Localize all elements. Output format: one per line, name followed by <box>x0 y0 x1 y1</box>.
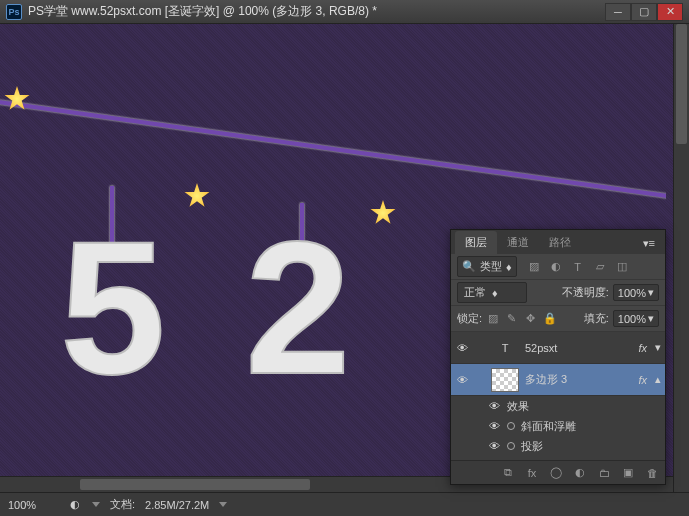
layer-row[interactable]: 👁 多边形 3 fx ▴ <box>451 364 665 396</box>
effect-bevel[interactable]: 👁 斜面和浮雕 <box>451 416 665 436</box>
panel-footer: ⧉ fx ◯ ◐ 🗀 ▣ 🗑 <box>451 460 665 484</box>
filter-smart-icon[interactable]: ◫ <box>615 260 629 274</box>
visibility-toggle-icon[interactable]: 👁 <box>487 440 501 452</box>
effect-bullet-icon <box>507 442 515 450</box>
filter-pixel-icon[interactable]: ▨ <box>527 260 541 274</box>
star-decoration <box>184 183 210 209</box>
document-title: PS学堂 www.52psxt.com [圣诞字效] @ 100% (多边形 3… <box>28 3 605 20</box>
close-button[interactable]: ✕ <box>657 3 683 21</box>
shape-layer-thumb <box>491 368 519 392</box>
opacity-label: 不透明度: <box>562 285 609 300</box>
chevron-down-icon[interactable]: ▾ <box>655 341 661 354</box>
layers-panel: 图层 通道 路径 ▾≡ 🔍 类型 ♦ ▨ ◐ T ▱ ◫ 正常 ♦ 不透明度: … <box>450 229 666 485</box>
fx-badge[interactable]: fx <box>638 374 647 386</box>
visibility-toggle-icon[interactable]: 👁 <box>487 420 501 432</box>
minimize-button[interactable]: ─ <box>605 3 631 21</box>
blend-mode-label: 正常 <box>464 285 486 300</box>
chevron-down-icon: ▾ <box>648 286 654 299</box>
chevron-down-icon: ♦ <box>492 287 498 299</box>
scrollbar-thumb[interactable] <box>80 479 310 490</box>
text-layer-thumb-icon: T <box>491 336 519 360</box>
maximize-button[interactable]: ▢ <box>631 3 657 21</box>
effect-bullet-icon <box>507 422 515 430</box>
star-decoration <box>370 200 396 226</box>
visibility-toggle-icon[interactable]: 👁 <box>455 374 469 386</box>
tab-layers[interactable]: 图层 <box>455 231 497 254</box>
opacity-input[interactable]: 100% ▾ <box>613 284 659 301</box>
filter-kind-select[interactable]: 🔍 类型 ♦ <box>457 256 517 277</box>
chevron-down-icon: ▾ <box>648 312 654 325</box>
lock-label: 锁定: <box>457 311 482 326</box>
doc-size-value: 2.85M/27.2M <box>145 499 209 511</box>
layer-name[interactable]: 多边形 3 <box>525 372 632 387</box>
blend-mode-select[interactable]: 正常 ♦ <box>457 282 527 303</box>
status-menu-icon[interactable] <box>92 502 100 507</box>
vertical-scrollbar[interactable] <box>673 24 689 492</box>
fill-value: 100% <box>618 313 646 325</box>
zoom-value[interactable]: 100% <box>8 499 58 511</box>
filter-shape-icon[interactable]: ▱ <box>593 260 607 274</box>
lock-row: 锁定: ▨ ✎ ✥ 🔒 填充: 100% ▾ <box>451 306 665 332</box>
status-bar: 100% ◐ 文档: 2.85M/27.2M <box>0 492 689 516</box>
artwork-digit: 5 <box>60 198 166 416</box>
filter-row: 🔍 类型 ♦ ▨ ◐ T ▱ ◫ <box>451 254 665 280</box>
effects-label: 效果 <box>507 399 529 414</box>
blend-row: 正常 ♦ 不透明度: 100% ▾ <box>451 280 665 306</box>
lock-pixels-icon[interactable]: ✎ <box>505 312 518 325</box>
scrollbar-thumb[interactable] <box>676 24 687 144</box>
opacity-value: 100% <box>618 287 646 299</box>
effects-group[interactable]: 👁 效果 <box>451 396 665 416</box>
chevron-up-icon[interactable]: ▴ <box>655 373 661 386</box>
adjustment-icon[interactable]: ◐ <box>573 466 587 480</box>
layer-list: 👁 T 52psxt fx ▾ 👁 多边形 3 fx ▴ 👁 效果 👁 斜面和浮… <box>451 332 665 460</box>
title-bar: Ps PS学堂 www.52psxt.com [圣诞字效] @ 100% (多边… <box>0 0 689 24</box>
link-layers-icon[interactable]: ⧉ <box>501 466 515 480</box>
panel-menu-icon[interactable]: ▾≡ <box>637 233 661 254</box>
doc-size-label: 文档: <box>110 497 135 512</box>
tab-channels[interactable]: 通道 <box>497 231 539 254</box>
lock-transparency-icon[interactable]: ▨ <box>486 312 499 325</box>
fill-input[interactable]: 100% ▾ <box>613 310 659 327</box>
filter-adjust-icon[interactable]: ◐ <box>549 260 563 274</box>
layer-row[interactable]: 👁 T 52psxt fx ▾ <box>451 332 665 364</box>
fill-label: 填充: <box>584 311 609 326</box>
new-layer-icon[interactable]: ▣ <box>621 466 635 480</box>
filter-text-icon[interactable]: T <box>571 260 585 274</box>
lock-all-icon[interactable]: 🔒 <box>543 312 556 325</box>
doc-menu-icon[interactable] <box>219 502 227 507</box>
effect-shadow[interactable]: 👁 投影 <box>451 436 665 456</box>
window-controls: ─ ▢ ✕ <box>605 3 683 21</box>
panel-tabs: 图层 通道 路径 ▾≡ <box>451 230 665 254</box>
search-icon: 🔍 <box>462 260 476 273</box>
status-icon[interactable]: ◐ <box>68 498 82 512</box>
visibility-toggle-icon[interactable]: 👁 <box>455 342 469 354</box>
effect-name: 投影 <box>521 439 543 454</box>
layer-name[interactable]: 52psxt <box>525 342 632 354</box>
filter-kind-label: 类型 <box>480 259 502 274</box>
lock-position-icon[interactable]: ✥ <box>524 312 537 325</box>
visibility-toggle-icon[interactable]: 👁 <box>487 400 501 412</box>
tab-paths[interactable]: 路径 <box>539 231 581 254</box>
fx-badge[interactable]: fx <box>638 342 647 354</box>
app-icon: Ps <box>6 4 22 20</box>
fx-menu-icon[interactable]: fx <box>525 466 539 480</box>
group-icon[interactable]: 🗀 <box>597 466 611 480</box>
effect-name: 斜面和浮雕 <box>521 419 576 434</box>
artwork-digit: 2 <box>245 198 351 416</box>
mask-icon[interactable]: ◯ <box>549 466 563 480</box>
chevron-down-icon: ♦ <box>506 261 512 273</box>
star-decoration <box>4 86 30 112</box>
delete-layer-icon[interactable]: 🗑 <box>645 466 659 480</box>
